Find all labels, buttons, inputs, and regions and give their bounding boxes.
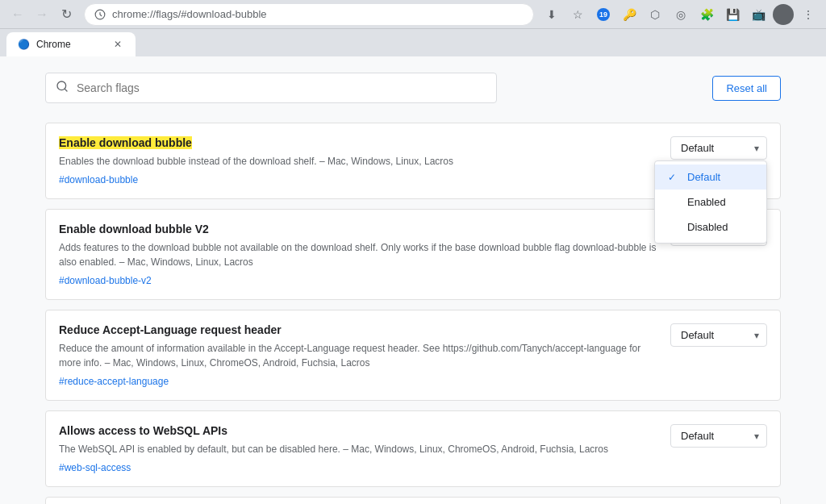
flag-item-web-sql-access: Allows access to WebSQL APIs The WebSQL … — [45, 410, 781, 487]
profile-avatar[interactable] — [773, 4, 794, 25]
page-content[interactable]: Reset all Enable download bubble Enables… — [0, 56, 826, 504]
flag-description-download-bubble-v2: Adds features to the download bubble not… — [59, 240, 657, 269]
search-icon — [56, 80, 69, 96]
dropdown-wrapper-reduce-accept-language[interactable]: Default Enabled Disabled — [670, 323, 767, 347]
svg-line-2 — [65, 89, 67, 91]
flag-control-download-bubble[interactable]: Default Enabled Disabled ✓ Default Enabl… — [670, 136, 767, 160]
forward-button[interactable]: → — [31, 3, 53, 26]
dropdown-option-default: Default — [687, 171, 720, 183]
toolbar-icons: ⬇ ☆ 19 🔑 ⬡ ◎ 🧩 💾 📺 ⋮ — [540, 3, 820, 26]
dropdown-item-disabled[interactable]: Disabled — [655, 215, 766, 240]
search-bar[interactable] — [45, 73, 497, 103]
address-text: chrome://flags/#download-bubble — [112, 8, 524, 20]
dropdown-option-enabled: Enabled — [687, 196, 726, 208]
dropdown-wrapper-web-sql-access[interactable]: Default Enabled Disabled — [670, 424, 767, 448]
reload-button[interactable]: ↻ — [55, 3, 77, 26]
flag-info-download-bubble-v2: Enable download bubble V2 Adds features … — [59, 223, 657, 286]
flags-page: Reset all Enable download bubble Enables… — [26, 56, 800, 504]
flag-control-web-sql-access[interactable]: Default Enabled Disabled — [670, 424, 767, 448]
check-icon: ✓ — [668, 172, 681, 183]
flag-info-download-bubble: Enable download bubble Enables the downl… — [59, 136, 657, 185]
password-icon[interactable]: 🔑 — [618, 3, 640, 26]
flag-link-download-bubble[interactable]: #download-bubble — [59, 174, 138, 185]
chrome-extension-icon[interactable]: ⬡ — [644, 3, 666, 26]
bookmark-icon[interactable]: ☆ — [566, 3, 589, 26]
flag-item-download-bubble: Enable download bubble Enables the downl… — [45, 123, 781, 199]
dropdown-option-disabled: Disabled — [687, 221, 728, 233]
flag-description-reduce-accept-language: Reduce the amount of information availab… — [59, 341, 657, 370]
tab-title: Chrome — [36, 39, 71, 50]
dropdown-overlay[interactable]: ✓ Default Enabled Disabled — [654, 160, 767, 244]
tab-bar: 🔵 Chrome ✕ — [0, 29, 826, 56]
lens-icon[interactable]: ◎ — [670, 3, 692, 26]
flag-link-reduce-accept-language[interactable]: #reduce-accept-language — [59, 376, 169, 387]
address-bar[interactable]: chrome://flags/#download-bubble — [84, 3, 534, 26]
tab-favicon: 🔵 — [18, 39, 30, 50]
search-input[interactable] — [77, 81, 486, 94]
site-info-icon — [94, 9, 106, 20]
flag-item-reduce-accept-language: Reduce Accept-Language request header Re… — [45, 310, 781, 401]
flag-link-web-sql-access[interactable]: #web-sql-access — [59, 462, 131, 473]
tab-close-button[interactable]: ✕ — [111, 38, 124, 51]
dropdown-item-default[interactable]: ✓ Default — [655, 165, 766, 190]
flag-description-web-sql-access: The WebSQL API is enabled by default, bu… — [59, 442, 657, 456]
active-tab[interactable]: 🔵 Chrome ✕ — [6, 32, 136, 56]
flag-title-reduce-accept-language: Reduce Accept-Language request header — [59, 323, 657, 336]
flag-link-download-bubble-v2[interactable]: #download-bubble-v2 — [59, 275, 152, 286]
nav-buttons: ← → ↻ — [6, 3, 77, 26]
flag-select-reduce-accept-language[interactable]: Default Enabled Disabled — [670, 323, 767, 347]
flag-control-reduce-accept-language[interactable]: Default Enabled Disabled — [670, 323, 767, 347]
dropdown-item-enabled[interactable]: Enabled — [655, 190, 766, 215]
notification-badge: 19 — [597, 8, 610, 21]
browser-chrome: ← → ↻ chrome://flags/#download-bubble ⬇ … — [0, 0, 826, 29]
menu-icon[interactable]: ⋮ — [797, 3, 820, 26]
flag-title-web-sql-access: Allows access to WebSQL APIs — [59, 424, 657, 437]
reset-all-button[interactable]: Reset all — [712, 76, 781, 101]
flag-title-highlight: Enable download bubble — [59, 136, 192, 149]
save-icon[interactable]: 💾 — [721, 3, 744, 26]
extension-icon[interactable]: 19 — [592, 3, 615, 26]
cast-icon[interactable]: 📺 — [747, 3, 770, 26]
search-bar-container: Reset all — [45, 73, 781, 103]
flag-select-web-sql-access[interactable]: Default Enabled Disabled — [670, 424, 767, 448]
flag-title-download-bubble-v2: Enable download bubble V2 — [59, 223, 657, 235]
download-icon[interactable]: ⬇ — [540, 3, 563, 26]
flag-info-reduce-accept-language: Reduce Accept-Language request header Re… — [59, 323, 657, 387]
back-button[interactable]: ← — [6, 3, 29, 26]
flag-description-download-bubble: Enables the download bubble instead of t… — [59, 154, 657, 169]
extensions-puzzle-icon[interactable]: 🧩 — [695, 3, 718, 26]
dropdown-wrapper-download-bubble[interactable]: Default Enabled Disabled — [670, 136, 767, 160]
flag-item-omit-cors-client-cert: Omit TLS client certificates if credenti… — [45, 497, 781, 504]
flag-title-download-bubble: Enable download bubble — [59, 136, 657, 149]
flag-select-download-bubble[interactable]: Default Enabled Disabled — [670, 136, 767, 160]
flag-info-web-sql-access: Allows access to WebSQL APIs The WebSQL … — [59, 424, 657, 473]
